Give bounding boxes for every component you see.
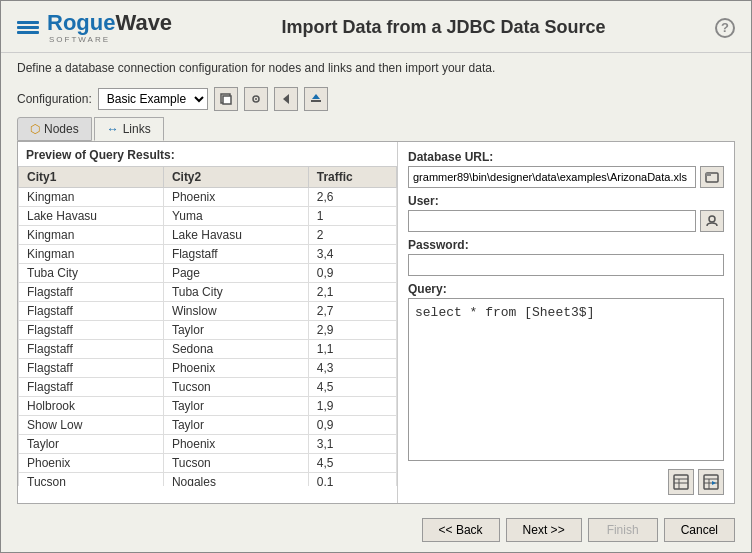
- table-cell: 1,1: [308, 340, 396, 359]
- finish-button[interactable]: Finish: [588, 518, 658, 542]
- run-query-button[interactable]: [698, 469, 724, 495]
- table-cell: Phoenix: [163, 435, 308, 454]
- svg-marker-4: [283, 94, 289, 104]
- tab-links[interactable]: ↔ Links: [94, 117, 164, 141]
- footer: << Back Next >> Finish Cancel: [1, 512, 751, 552]
- config-label: Configuration:: [17, 92, 92, 106]
- query-textarea[interactable]: select * from [Sheet3$]: [408, 298, 724, 461]
- table-cell: 4,5: [308, 378, 396, 397]
- table-cell: Lake Havasu: [19, 207, 164, 226]
- user-row: [408, 210, 724, 232]
- copy-button[interactable]: [214, 87, 238, 111]
- table-cell: Tucson: [163, 378, 308, 397]
- svg-marker-18: [712, 481, 716, 485]
- back-footer-button[interactable]: << Back: [422, 518, 500, 542]
- back-button[interactable]: [274, 87, 298, 111]
- query-group: Query: select * from [Sheet3$]: [408, 282, 724, 461]
- table-cell: Flagstaff: [19, 359, 164, 378]
- table-cell: Kingman: [19, 245, 164, 264]
- password-row: [408, 254, 724, 276]
- tab-nodes-label: Nodes: [44, 122, 79, 136]
- table-cell: 0,9: [308, 264, 396, 283]
- table-cell: Holbrook: [19, 397, 164, 416]
- table-row[interactable]: FlagstaffTaylor2,9: [19, 321, 397, 340]
- config-select[interactable]: Basic Example Custom: [98, 88, 208, 110]
- table-cell: Nogales: [163, 473, 308, 487]
- db-url-group: Database URL:: [408, 150, 724, 188]
- table-cell: Taylor: [163, 397, 308, 416]
- table-cell: 3,1: [308, 435, 396, 454]
- table-cell: 2: [308, 226, 396, 245]
- user-label: User:: [408, 194, 724, 208]
- query-label: Query:: [408, 282, 724, 296]
- table-row[interactable]: KingmanFlagstaff3,4: [19, 245, 397, 264]
- table-row[interactable]: FlagstaffTucson4,5: [19, 378, 397, 397]
- table-cell: Kingman: [19, 188, 164, 207]
- table-cell: Kingman: [19, 226, 164, 245]
- table-cell: Taylor: [163, 416, 308, 435]
- password-input[interactable]: [408, 254, 724, 276]
- db-url-browse-button[interactable]: [700, 166, 724, 188]
- table-row[interactable]: TucsonNogales0,1: [19, 473, 397, 487]
- logo-rogue: Rogue: [47, 10, 115, 35]
- password-label: Password:: [408, 238, 724, 252]
- right-panel: Database URL: User:: [398, 142, 734, 503]
- subtitle-text: Define a database connection configurati…: [17, 61, 495, 75]
- table-row[interactable]: PhoenixTucson4,5: [19, 454, 397, 473]
- query-area-row: select * from [Sheet3$]: [408, 298, 724, 461]
- dialog-title: Import Data from a JDBC Data Source: [172, 17, 715, 38]
- db-url-row: [408, 166, 724, 188]
- table-cell: 4,3: [308, 359, 396, 378]
- table-row[interactable]: FlagstaffPhoenix4,3: [19, 359, 397, 378]
- svg-rect-10: [674, 475, 688, 489]
- table-cell: Tucson: [19, 473, 164, 487]
- table-cell: Tucson: [163, 454, 308, 473]
- table-cell: 4,5: [308, 454, 396, 473]
- table-cell: Flagstaff: [163, 245, 308, 264]
- table-cell: Phoenix: [163, 359, 308, 378]
- table-cell: Flagstaff: [19, 378, 164, 397]
- main-content: Preview of Query Results: City1 City2 Tr…: [17, 141, 735, 504]
- table-scroll[interactable]: City1 City2 Traffic KingmanPhoenix2,6Lak…: [18, 166, 397, 486]
- next-footer-button[interactable]: Next >>: [506, 518, 582, 542]
- table-row[interactable]: HolbrookTaylor1,9: [19, 397, 397, 416]
- nodes-icon: ⬡: [30, 122, 40, 136]
- svg-rect-1: [223, 96, 231, 104]
- table-row[interactable]: FlagstaffSedona1,1: [19, 340, 397, 359]
- logo: RogueWave SOFTWARE: [17, 11, 172, 44]
- table-cell: Yuma: [163, 207, 308, 226]
- table-row[interactable]: KingmanPhoenix2,6: [19, 188, 397, 207]
- db-url-label: Database URL:: [408, 150, 724, 164]
- user-input[interactable]: [408, 210, 696, 232]
- col-city1: City1: [19, 167, 164, 188]
- table-row[interactable]: Show LowTaylor0,9: [19, 416, 397, 435]
- table-row[interactable]: KingmanLake Havasu2: [19, 226, 397, 245]
- svg-rect-14: [704, 475, 718, 489]
- table-cell: Taylor: [19, 435, 164, 454]
- config-bar: Configuration: Basic Example Custom: [1, 83, 751, 117]
- tab-links-label: Links: [123, 122, 151, 136]
- table-cell: Show Low: [19, 416, 164, 435]
- table-row[interactable]: Lake HavasuYuma1: [19, 207, 397, 226]
- cancel-button[interactable]: Cancel: [664, 518, 735, 542]
- right-action-buttons: [408, 469, 724, 495]
- table-row[interactable]: TaylorPhoenix3,1: [19, 435, 397, 454]
- table-row[interactable]: FlagstaffWinslow2,7: [19, 302, 397, 321]
- db-url-input[interactable]: [408, 166, 696, 188]
- table-cell: Phoenix: [19, 454, 164, 473]
- left-panel: Preview of Query Results: City1 City2 Tr…: [18, 142, 398, 503]
- col-city2: City2: [163, 167, 308, 188]
- table-cell: Taylor: [163, 321, 308, 340]
- import-button[interactable]: [304, 87, 328, 111]
- help-button[interactable]: ?: [715, 18, 735, 38]
- table-select-button[interactable]: [668, 469, 694, 495]
- tab-nodes[interactable]: ⬡ Nodes: [17, 117, 92, 141]
- svg-marker-6: [312, 94, 320, 99]
- table-cell: Tuba City: [19, 264, 164, 283]
- settings-button[interactable]: [244, 87, 268, 111]
- svg-point-3: [255, 98, 257, 100]
- table-row[interactable]: Tuba CityPage0,9: [19, 264, 397, 283]
- user-action-button[interactable]: [700, 210, 724, 232]
- table-row[interactable]: FlagstaffTuba City2,1: [19, 283, 397, 302]
- table-cell: Flagstaff: [19, 321, 164, 340]
